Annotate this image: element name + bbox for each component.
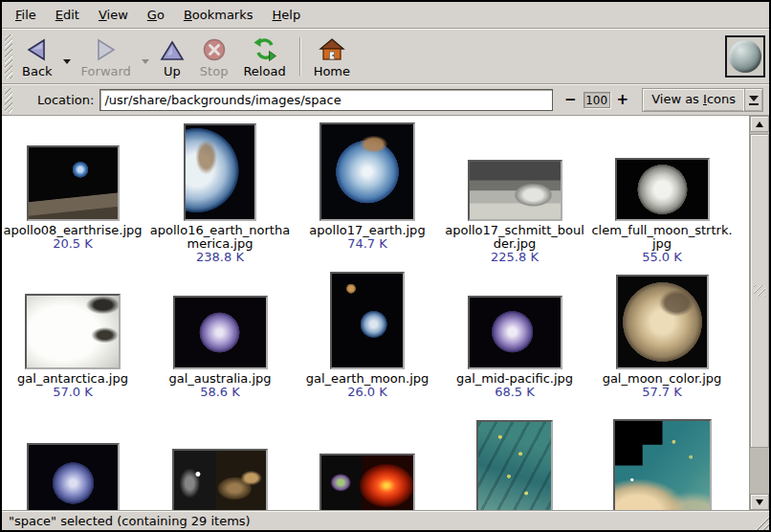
file-size: 74.7 K <box>309 237 425 251</box>
location-input[interactable] <box>99 89 553 111</box>
locationbar-drag-handle[interactable] <box>5 88 12 113</box>
menu-help[interactable]: Help <box>263 3 311 27</box>
back-history-dropdown[interactable] <box>60 41 74 81</box>
thumbnail-apollo16-earth[interactable] <box>184 123 256 221</box>
scroll-down-button[interactable] <box>750 494 769 510</box>
up-button[interactable]: Up <box>152 32 192 81</box>
file-item[interactable] <box>149 416 291 510</box>
file-name: apollo16_earth_northa <box>150 224 290 237</box>
thumbnail-clem-full-moon[interactable] <box>615 158 710 221</box>
chevron-down-icon <box>749 96 759 101</box>
icon-row-3-partial <box>2 416 749 510</box>
file-item[interactable]: gal_moon_color.jpg57.7 K <box>591 268 733 416</box>
forward-history-dropdown[interactable] <box>139 41 152 81</box>
back-label: Back <box>22 64 53 78</box>
file-size: 238.8 K <box>150 251 290 264</box>
toolbar: Back Forward Up Stop <box>2 29 769 84</box>
file-item[interactable]: gal_antarctica.jpg57.0 K <box>2 268 143 416</box>
zoom-level-indicator[interactable]: 100 <box>584 92 610 108</box>
thumbnail-galaxy-pair[interactable] <box>172 449 268 510</box>
zoom-out-button[interactable]: − <box>562 93 579 107</box>
icon-view: apollo08_earthrise.jpg20.5 K apollo16_ea… <box>2 116 749 510</box>
file-name: gal_mid-pacific.jpg <box>456 372 573 386</box>
thumbnail-gal-australia[interactable] <box>173 296 268 369</box>
stop-button[interactable]: Stop <box>192 32 236 81</box>
file-item[interactable]: apollo16_earth_northamerica.jpg238.8 K <box>149 120 291 268</box>
file-item[interactable] <box>444 416 585 510</box>
up-label: Up <box>164 64 181 78</box>
home-house-icon <box>319 35 345 62</box>
reload-button[interactable]: Reload <box>235 32 293 81</box>
menu-go[interactable]: Go <box>138 3 174 27</box>
reload-label: Reload <box>243 64 285 78</box>
file-item[interactable] <box>2 416 143 510</box>
file-item[interactable]: apollo17_schmitt_boulder.jpg225.8 K <box>444 120 585 268</box>
file-size: 225.8 K <box>445 251 584 264</box>
thumbnail-red-nebula[interactable] <box>319 454 415 510</box>
up-arrow-icon <box>160 35 185 62</box>
file-item[interactable]: clem_full_moon_strtrk.jpg55.0 K <box>591 120 733 268</box>
scrollbar-track[interactable] <box>750 132 769 494</box>
file-item[interactable]: gal_australia.jpg58.6 K <box>149 268 291 416</box>
dropdown-arrow-button[interactable] <box>744 89 762 111</box>
thumbnail-gal-mid-pacific[interactable] <box>468 296 562 369</box>
file-item[interactable] <box>591 416 733 510</box>
window-resize-grip[interactable] <box>751 514 769 530</box>
content-area: apollo08_earthrise.jpg20.5 K apollo16_ea… <box>2 116 769 510</box>
icon-row-1: apollo08_earthrise.jpg20.5 K apollo16_ea… <box>2 120 749 268</box>
thumbnail-apollo17-earth[interactable] <box>319 122 415 221</box>
file-size: 57.7 K <box>603 386 722 399</box>
file-item[interactable]: apollo17_earth.jpg74.7 K <box>297 120 438 268</box>
file-size: 57.0 K <box>17 386 128 399</box>
throbber-globe-icon <box>729 40 761 73</box>
location-bar: Location: − 100 + View as Icons <box>2 84 769 116</box>
file-name: apollo17_schmitt_boul <box>445 224 584 237</box>
file-manager-window: File Edit View Go Bookmarks Help Back Fo… <box>0 0 771 532</box>
thumbnail-apollo08-earthrise[interactable] <box>27 145 120 221</box>
back-button[interactable]: Back <box>14 32 60 81</box>
view-as-dropdown[interactable]: View as Icons <box>642 88 763 112</box>
menu-file[interactable]: File <box>6 3 46 27</box>
scrollbar-grip-icon <box>754 285 765 297</box>
scroll-up-button[interactable] <box>750 116 769 132</box>
home-button[interactable]: Home <box>306 32 358 81</box>
menu-view[interactable]: View <box>89 3 138 27</box>
menu-bookmarks[interactable]: Bookmarks <box>174 3 263 27</box>
thumbnail-dark-earth[interactable] <box>27 443 120 510</box>
up-arrow-icon <box>756 122 763 127</box>
chevron-down-icon <box>63 59 71 64</box>
thumbnail-gal-moon-color[interactable] <box>616 275 709 369</box>
forward-button[interactable]: Forward <box>74 32 139 81</box>
thumbnail-gal-antarctica[interactable] <box>25 294 121 369</box>
menu-bar: File Edit View Go Bookmarks Help <box>2 2 769 29</box>
icon-row-2: gal_antarctica.jpg57.0 K gal_australia.j… <box>2 268 749 416</box>
file-size: 26.0 K <box>306 386 430 399</box>
thumbnail-apollo17-schmitt-boulder[interactable] <box>468 160 562 221</box>
location-label: Location: <box>37 93 94 107</box>
forward-arrow-icon <box>93 35 119 62</box>
vertical-scrollbar[interactable] <box>749 116 769 510</box>
file-size: 55.0 K <box>591 251 732 264</box>
stop-cross-icon <box>202 35 227 62</box>
status-bar: "space" selected (containing 29 items) <box>2 510 769 530</box>
home-label: Home <box>314 64 350 78</box>
thumbnail-teal-nebula-corner[interactable] <box>613 419 712 510</box>
down-arrow-icon <box>756 499 763 505</box>
back-arrow-icon <box>24 35 50 62</box>
file-name: gal_moon_color.jpg <box>603 372 722 386</box>
file-size: 20.5 K <box>3 237 142 251</box>
file-name: gal_earth_moon.jpg <box>306 372 430 386</box>
file-item[interactable]: gal_earth_moon.jpg26.0 K <box>297 268 438 416</box>
reload-arrows-icon <box>252 35 278 62</box>
file-name: gal_antarctica.jpg <box>17 372 128 386</box>
file-item[interactable]: gal_mid-pacific.jpg68.5 K <box>444 268 585 416</box>
zoom-in-button[interactable]: + <box>615 93 631 107</box>
file-item[interactable]: apollo08_earthrise.jpg20.5 K <box>2 120 143 268</box>
thumbnail-gal-earth-moon[interactable] <box>330 272 405 369</box>
menu-edit[interactable]: Edit <box>46 3 89 27</box>
thumbnail-teal-nebula[interactable] <box>476 420 553 510</box>
toolbar-drag-handle[interactable] <box>5 34 12 78</box>
chevron-down-icon <box>142 59 149 64</box>
file-item[interactable] <box>297 416 438 510</box>
scrollbar-thumb[interactable] <box>750 134 769 448</box>
